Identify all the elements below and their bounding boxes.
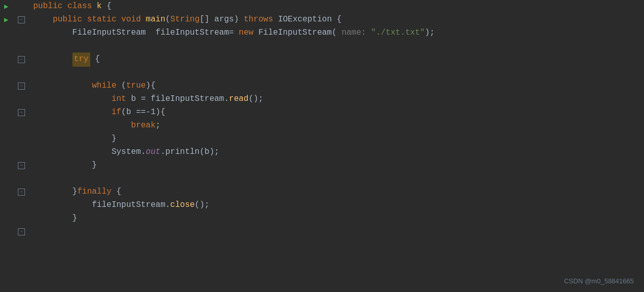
var-b: b = fileInputStream. — [131, 93, 229, 106]
fold-icon-2[interactable]: − — [18, 16, 25, 23]
type-fileinputstream: FileInputStream — [72, 26, 156, 40]
keyword-int: int — [112, 93, 131, 106]
code-line-8: int b = fileInputStream.read(); — [28, 93, 644, 106]
try-close-brace: } — [72, 185, 78, 199]
indent-5 — [33, 53, 72, 66]
fold-icon-18[interactable]: − — [18, 228, 25, 235]
gutter-row-7: − — [0, 79, 28, 93]
keyword-if: if — [112, 106, 121, 119]
code-line-18 — [28, 225, 644, 238]
gutter-row-17 — [0, 212, 28, 225]
param-hint: name: — [337, 26, 371, 40]
var-fileinputstream: fileInputStream= — [156, 26, 239, 40]
gutter-row-9: − — [0, 106, 28, 119]
println-call: .println(b); — [161, 146, 219, 159]
system-out: System. — [112, 146, 146, 159]
gutter-row-13: − — [0, 159, 28, 172]
keyword-try: try — [72, 52, 90, 67]
method-main: main — [146, 13, 165, 26]
fold-icon-7[interactable]: − — [18, 83, 25, 90]
if-close-brace: } — [112, 132, 117, 146]
gutter-row-1: ▶ — [0, 0, 28, 13]
gutter-row-16 — [0, 199, 28, 212]
read-call: (); — [248, 93, 263, 106]
code-line-12: System.out.println(b); — [28, 146, 644, 159]
exception: IOException { — [278, 13, 342, 26]
if-condition: (b ==-1){ — [121, 106, 165, 119]
type-string: String — [170, 13, 200, 26]
code-line-7: while (true){ — [28, 79, 644, 93]
code-line-14 — [28, 172, 644, 185]
string-path: "./txt.txt" — [371, 26, 425, 40]
code-line-10: break; — [28, 119, 644, 132]
gutter-row-11 — [0, 132, 28, 146]
try-brace: { — [90, 53, 100, 66]
code-line-1: public class k { — [28, 0, 644, 13]
gutter-row-3 — [0, 26, 28, 40]
code-line-4 — [28, 40, 644, 53]
keyword-finally: finally — [77, 185, 116, 199]
keyword-void: void — [121, 13, 146, 26]
code-line-17: } — [28, 212, 644, 225]
gutter-row-15: − — [0, 185, 28, 199]
indent-11 — [33, 132, 112, 146]
indent-2 — [33, 13, 53, 26]
gutter-row-2: ▶ − — [0, 13, 28, 26]
method-close: close — [170, 199, 195, 212]
keyword-public2: public — [53, 13, 87, 26]
indent-17 — [33, 212, 72, 225]
editor-container: ▶ ▶ − − − − − — [0, 0, 644, 292]
code-line-13: } — [28, 159, 644, 172]
keyword-break: break — [131, 119, 156, 132]
fold-icon-5[interactable]: − — [18, 56, 25, 63]
code-line-15: }finally { — [28, 185, 644, 199]
indent-3 — [33, 26, 72, 40]
gutter-row-8 — [0, 93, 28, 106]
indent-8 — [33, 93, 112, 106]
gutter-row-12 — [0, 146, 28, 159]
keyword-new: new — [239, 26, 258, 40]
watermark: CSDN @m0_58841665 — [564, 276, 634, 287]
gutter: ▶ ▶ − − − − − — [0, 0, 28, 292]
indent-15 — [33, 185, 72, 199]
bracket: [] — [199, 13, 214, 26]
close-call: fileInputStream. — [92, 199, 170, 212]
fold-icon-9[interactable]: − — [18, 109, 25, 116]
indent-10 — [33, 119, 131, 132]
while-brace: ){ — [146, 79, 156, 93]
paren-close: ); — [425, 26, 434, 40]
gutter-row-18: − — [0, 225, 28, 238]
code-line-9: if(b ==-1){ — [28, 106, 644, 119]
code-line-6 — [28, 66, 644, 79]
while-paren: ( — [121, 79, 126, 93]
break-semi: ; — [156, 119, 161, 132]
fold-icon-13[interactable]: − — [18, 162, 25, 169]
indent-12 — [33, 146, 112, 159]
keyword-true: true — [126, 79, 145, 93]
keyword-public: public — [33, 0, 67, 13]
brace-open: { — [107, 0, 112, 13]
keyword-class: class — [67, 0, 97, 13]
indent-7 — [33, 79, 92, 93]
code-line-16: fileInputStream.close(); — [28, 199, 644, 212]
run-arrow-1[interactable]: ▶ — [4, 1, 8, 12]
finally-close-brace: } — [72, 212, 78, 225]
keyword-throws: throws — [244, 13, 278, 26]
indent-9 — [33, 106, 112, 119]
gutter-row-6 — [0, 66, 28, 79]
fold-icon-15[interactable]: − — [18, 189, 25, 196]
gutter-row-10 — [0, 119, 28, 132]
keyword-while: while — [92, 79, 121, 93]
code-line-5: try { — [28, 53, 644, 66]
run-arrow-2[interactable]: ▶ — [4, 14, 8, 25]
indent-16 — [33, 199, 92, 212]
code-area: public class k { public static void main… — [28, 0, 644, 292]
gutter-row-4 — [0, 40, 28, 53]
paren-open: ( — [165, 13, 170, 26]
while-close-brace: } — [92, 159, 97, 172]
class-name: k — [97, 0, 107, 13]
code-line-3: FileInputStream fileInputStream= new Fil… — [28, 26, 644, 40]
indent-13 — [33, 159, 92, 172]
args: args) — [214, 13, 244, 26]
method-read: read — [229, 93, 248, 106]
